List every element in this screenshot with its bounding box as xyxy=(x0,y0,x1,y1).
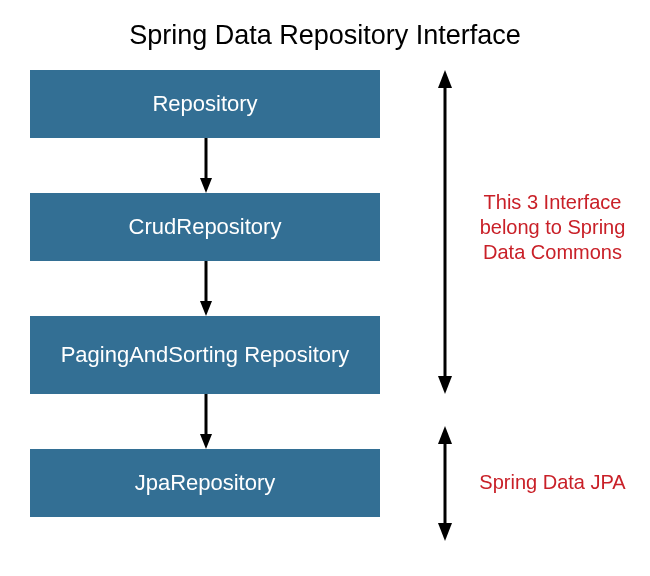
note-spring-data-commons: This 3 Interface belong to Spring Data C… xyxy=(470,190,635,265)
box-repository: Repository xyxy=(30,70,380,138)
box-crud-repository: CrudRepository xyxy=(30,193,380,261)
svg-marker-1 xyxy=(200,178,212,193)
svg-marker-3 xyxy=(200,301,212,316)
svg-marker-8 xyxy=(438,376,452,394)
note-spring-data-jpa: Spring Data JPA xyxy=(470,470,635,495)
box-crud-label: CrudRepository xyxy=(129,214,282,239)
arrow-down-icon xyxy=(200,261,210,316)
bracket-commons-icon xyxy=(435,70,455,394)
svg-marker-10 xyxy=(438,426,452,444)
box-paging-sorting-repository: PagingAndSorting Repository xyxy=(30,316,380,394)
svg-marker-7 xyxy=(438,70,452,88)
box-jpa-label: JpaRepository xyxy=(135,470,276,495)
svg-marker-11 xyxy=(438,523,452,541)
arrow-down-icon xyxy=(200,394,210,449)
arrow-down-icon xyxy=(200,138,210,193)
bracket-jpa-icon xyxy=(435,426,455,541)
box-paging-label: PagingAndSorting Repository xyxy=(61,342,350,367)
box-jpa-repository: JpaRepository xyxy=(30,449,380,517)
box-repository-label: Repository xyxy=(152,91,257,116)
svg-marker-5 xyxy=(200,434,212,449)
diagram-title: Spring Data Repository Interface xyxy=(0,0,650,51)
diagram-container: Repository CrudRepository PagingAndSorti… xyxy=(30,70,620,560)
